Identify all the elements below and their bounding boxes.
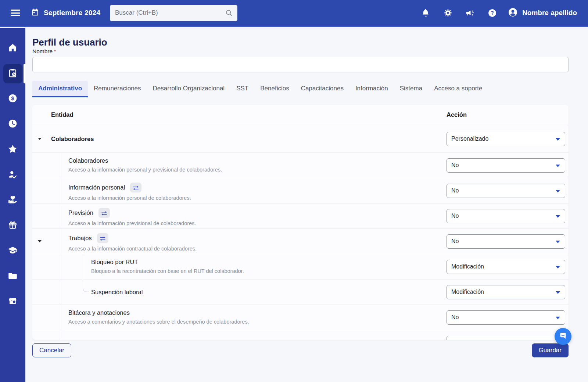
help-icon[interactable]: ? xyxy=(487,8,497,18)
action-select[interactable]: Personalizado xyxy=(447,132,565,146)
user-name: Nombre apellido xyxy=(522,9,577,17)
required-marker: * xyxy=(54,48,56,54)
hand-heart-icon xyxy=(8,195,18,206)
sidebar-item-training[interactable] xyxy=(3,241,22,261)
svg-text:?: ? xyxy=(491,10,494,16)
sync-swap-icon[interactable] xyxy=(98,208,110,218)
row-indent-cell xyxy=(32,280,59,304)
action-select[interactable]: No xyxy=(447,184,565,198)
tab-beneficios[interactable]: Beneficios xyxy=(254,81,295,97)
tab-sistema[interactable]: Sistema xyxy=(394,81,428,97)
row-indent-cell xyxy=(32,330,59,340)
table-row: PrevisiónAcceso a la información previsi… xyxy=(32,203,569,229)
action-cell: No xyxy=(447,203,569,228)
tab-administrativo[interactable]: Administrativo xyxy=(32,81,88,97)
row-indent-cell xyxy=(32,305,59,330)
person-check-icon xyxy=(8,169,18,181)
entity-description: Bloqueo a la recontratación con base en … xyxy=(91,268,447,274)
table-row: ColaboradoresAcceso a la información per… xyxy=(32,153,569,178)
action-cell: No xyxy=(447,178,569,203)
cancel-button[interactable]: Cancelar xyxy=(32,343,71,357)
tab-acceso-a-soporte[interactable]: Acceso a soporte xyxy=(428,81,488,97)
permission-tabs: AdministrativoRemuneracionesDesarrollo O… xyxy=(32,81,569,97)
chat-launcher[interactable] xyxy=(555,328,571,345)
search-icon[interactable] xyxy=(225,9,233,18)
entity-cell: Colaboradores xyxy=(51,125,447,152)
name-input[interactable] xyxy=(32,57,569,72)
entity-cell: Suspención laboral xyxy=(59,280,447,304)
expand-chevron-icon[interactable] xyxy=(38,240,42,242)
sidebar-item-home[interactable] xyxy=(3,39,22,58)
tab-capacitaciones[interactable]: Capacitaciones xyxy=(295,81,349,97)
action-cell xyxy=(447,330,569,340)
action-select-value: No xyxy=(451,213,459,219)
settings-gear-icon[interactable] xyxy=(443,8,453,18)
sync-swap-icon[interactable] xyxy=(97,233,108,243)
caret-down-icon xyxy=(556,215,560,218)
sidebar-item-gifts[interactable] xyxy=(3,216,22,235)
star-icon xyxy=(7,144,18,156)
caret-down-icon xyxy=(556,165,560,167)
period-selector[interactable]: Septiembre 2024 xyxy=(31,8,100,18)
entity-description: Acceso a comentarios y anotaciones sobre… xyxy=(68,319,447,325)
action-select[interactable]: No xyxy=(447,310,565,325)
tab-remuneraciones[interactable]: Remuneraciones xyxy=(88,81,147,97)
expand-chevron-icon[interactable] xyxy=(38,138,42,140)
column-header-entity: Entidad xyxy=(51,111,447,118)
time-clock-icon xyxy=(8,119,18,130)
entity-cell: Bloqueo por RUTBloqueo a la recontrataci… xyxy=(59,254,447,279)
action-select[interactable]: No xyxy=(447,234,565,249)
tab-sst[interactable]: SST xyxy=(230,81,254,97)
entity-description: Acceso a la información previsional de c… xyxy=(68,220,447,226)
tab-desarrollo-organizacional[interactable]: Desarrollo Organizacional xyxy=(147,81,231,97)
announcements-megaphone-icon[interactable] xyxy=(465,8,475,18)
action-select-value: No xyxy=(451,314,459,321)
column-header-action: Acción xyxy=(447,111,569,118)
menu-icon[interactable] xyxy=(11,10,20,16)
search-input[interactable] xyxy=(110,5,237,21)
table-row: Bitácora y anotacionesAcceso a comentari… xyxy=(32,305,569,330)
action-select[interactable] xyxy=(447,336,565,340)
action-cell: No xyxy=(447,305,569,330)
row-indent-cell xyxy=(32,254,59,279)
permissions-card: Entidad Acción ColaboradoresPersonalizad… xyxy=(32,105,569,340)
permissions-rows: ColaboradoresPersonalizadoColaboradoresA… xyxy=(32,125,569,340)
entity-title: Bloqueo por RUT xyxy=(91,259,138,266)
user-menu[interactable]: Nombre apellido xyxy=(508,7,577,19)
home-icon xyxy=(8,43,18,54)
global-search xyxy=(110,5,237,21)
sidebar-item-benefits[interactable] xyxy=(3,191,22,210)
active-indicator xyxy=(24,64,25,83)
entity-description: Acceso a la información personal y previ… xyxy=(68,167,447,173)
tree-connector-elbow xyxy=(83,280,89,292)
action-cell: No xyxy=(447,153,569,178)
sync-swap-icon[interactable] xyxy=(130,183,141,192)
sidebar-item-favorites[interactable] xyxy=(3,140,22,159)
action-select-value: Modificación xyxy=(451,263,484,270)
table-row: Suspención laboralModificación xyxy=(32,280,569,305)
gift-icon xyxy=(8,220,18,231)
tab-informaci-n[interactable]: Información xyxy=(349,81,394,97)
sidebar-item-administration[interactable] xyxy=(3,64,22,83)
sidebar-item-documents[interactable] xyxy=(3,267,22,286)
sidebar-item-time[interactable] xyxy=(3,115,22,134)
footer-actions: Cancelar Guardar xyxy=(32,343,569,357)
entity-title: Registro de personal xyxy=(68,339,124,340)
action-select[interactable]: Modificación xyxy=(447,260,565,274)
sidebar-item-selection[interactable] xyxy=(3,165,22,185)
entity-cell: TrabajosAcceso a la información contract… xyxy=(59,229,447,254)
name-field-label: Nombre* xyxy=(32,48,56,54)
entity-title: Previsión xyxy=(68,209,93,216)
sidebar-item-payments[interactable]: $ xyxy=(3,89,22,109)
table-row: Registro de personal xyxy=(32,330,569,340)
save-button[interactable]: Guardar xyxy=(532,343,569,357)
table-row: Bloqueo por RUTBloqueo a la recontrataci… xyxy=(32,254,569,280)
sidebar-item-marketplace[interactable] xyxy=(3,292,22,311)
notifications-bell-icon[interactable] xyxy=(421,8,431,18)
action-select[interactable]: No xyxy=(447,209,565,223)
entity-cell: Bitácora y anotacionesAcceso a comentari… xyxy=(59,305,447,330)
action-select[interactable]: Modificación xyxy=(447,285,565,299)
entity-description: Acceso a la información personal de cola… xyxy=(68,195,447,201)
action-select[interactable]: No xyxy=(447,158,565,173)
row-indent-cell xyxy=(32,229,59,254)
